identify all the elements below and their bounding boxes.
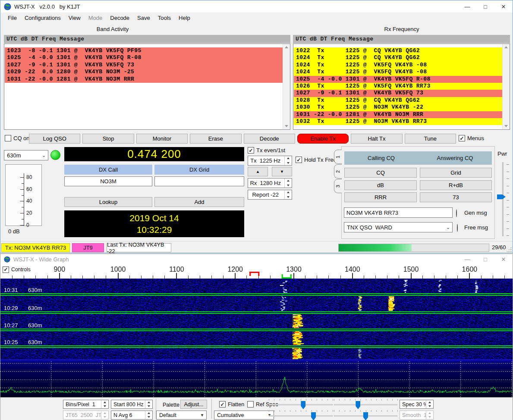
- slider-handle[interactable]: [311, 412, 316, 420]
- tx-even-checkbox[interactable]: ✓Tx even/1st: [248, 147, 285, 154]
- pwr-slider-groove[interactable]: [502, 162, 504, 236]
- checkbox-box[interactable]: [5, 135, 11, 141]
- rx-frequency-scrollbar[interactable]: [502, 44, 510, 129]
- dx-grid-input[interactable]: [154, 176, 244, 186]
- lookup-button[interactable]: Lookup: [64, 197, 152, 207]
- spin-down-icon[interactable]: [285, 161, 292, 166]
- spectrum-mode-select[interactable]: Cumulative ▾: [214, 411, 274, 420]
- decode-row[interactable]: 1032 Tx 1225 @ NO3M VK4YB RR73: [294, 118, 503, 125]
- message-tab-3[interactable]: 3: [334, 179, 342, 193]
- message-tab-2[interactable]: 2: [334, 164, 342, 179]
- msg-grid-button[interactable]: Grid: [420, 168, 492, 178]
- decode-row[interactable]: 1024 Tx 1225 @ VK5FQ VK4YB -08: [294, 69, 503, 75]
- decode-row[interactable]: 1027 -9 -0.1 1301 @ VK4YB VK5FQ 73: [294, 90, 503, 97]
- spinner-arrows[interactable]: [426, 411, 433, 419]
- spinner-arrows[interactable]: [145, 411, 152, 419]
- erase-button[interactable]: Erase: [190, 134, 241, 144]
- close-button[interactable]: ✕: [494, 254, 513, 264]
- decode-row[interactable]: 1030 Tx 1225 @ NO3M VK4YB -22: [294, 104, 503, 111]
- menu-decode[interactable]: Decode: [106, 13, 133, 22]
- decode-button[interactable]: Decode: [244, 134, 295, 144]
- scroll-up-icon[interactable]: [504, 46, 508, 48]
- menu-tools[interactable]: Tools: [154, 13, 175, 22]
- slider-track[interactable]: [269, 404, 333, 405]
- checkbox-box[interactable]: ✓: [248, 147, 254, 154]
- spin-down-icon[interactable]: [426, 404, 433, 409]
- decode-row[interactable]: 1024 Tx 1225 @ CQ VK4YB QG62: [294, 54, 503, 61]
- main-titlebar[interactable]: WSJT-X v2.0.0 by K1JT — □ ✕: [0, 0, 513, 13]
- checkbox-box[interactable]: ✓: [459, 135, 465, 141]
- spin-down-icon[interactable]: [145, 404, 152, 409]
- resize-grip[interactable]: [506, 247, 512, 252]
- spin-down-icon[interactable]: [101, 415, 108, 420]
- spec-percent-spinner[interactable]: Spec 30 %: [400, 400, 434, 409]
- spinner-arrows[interactable]: [145, 400, 152, 408]
- decode-row[interactable]: 1022 Tx 1225 @ CQ VK4YB QG62: [294, 47, 503, 54]
- band-select[interactable]: 630m ⌄: [4, 150, 48, 160]
- hold-tx-freq-checkbox[interactable]: ✓Hold Tx Freq: [296, 157, 337, 163]
- checkbox-box[interactable]: ✓: [219, 401, 226, 407]
- maximize-button[interactable]: □: [476, 0, 494, 13]
- decode-row[interactable]: 1025 -4 -0.0 1301 @ VK4YB VK5FQ R-08: [294, 76, 503, 83]
- minimize-button[interactable]: —: [458, 0, 476, 13]
- spinner-arrows[interactable]: [284, 156, 292, 165]
- spin-up-icon[interactable]: [145, 400, 152, 404]
- palette-adjust-button[interactable]: Adjust...: [180, 400, 207, 409]
- gen-msg-radio[interactable]: [456, 209, 457, 217]
- menu-help[interactable]: Help: [175, 13, 194, 22]
- menu-view[interactable]: View: [65, 13, 85, 22]
- scroll-down-icon[interactable]: [285, 125, 288, 127]
- decode-row[interactable]: 1023 -8 -0.1 1301 @ VK4YB VK5FQ PF95: [5, 47, 283, 54]
- waterfall-canvas[interactable]: [0, 279, 513, 359]
- msg-cq-button[interactable]: CQ: [344, 168, 417, 178]
- spin-down-icon[interactable]: [145, 415, 152, 420]
- slider-4[interactable]: [334, 410, 397, 420]
- spin-up-icon[interactable]: [285, 179, 292, 183]
- scroll-down-icon[interactable]: [504, 125, 508, 127]
- band-activity-scrollbar[interactable]: [283, 44, 290, 129]
- free-msg-select[interactable]: TNX QSO WARD ⌄: [344, 222, 453, 232]
- decode-row[interactable]: 1031 -22 -0.0 1281 @ VK4YB NO3M RRR: [294, 111, 503, 118]
- minimize-button[interactable]: —: [458, 254, 476, 264]
- message-tab-1[interactable]: 1: [334, 150, 342, 164]
- decode-row[interactable]: 1027 -9 -0.1 1301 @ VK4YB VK5FQ 73: [5, 62, 283, 69]
- tx-down-button[interactable]: ▼: [272, 167, 292, 176]
- dx-call-input[interactable]: NO3M: [64, 176, 152, 186]
- menu-save[interactable]: Save: [133, 13, 154, 22]
- palette-select[interactable]: Default ▾: [156, 411, 207, 420]
- report-spinner[interactable]: Report -22: [248, 190, 292, 200]
- spin-up-icon[interactable]: [101, 400, 108, 404]
- decode-row[interactable]: 1025 -4 -0.0 1301 @ VK4YB VK5FQ R-08: [5, 54, 283, 61]
- spinner-arrows[interactable]: [284, 179, 292, 188]
- menus-checkbox[interactable]: ✓Menus: [459, 135, 484, 141]
- slider-handle[interactable]: [301, 401, 305, 409]
- pwr-slider-handle[interactable]: [497, 194, 506, 199]
- gen-msg-input[interactable]: NO3M VK4YB RR73: [344, 207, 453, 218]
- decode-row[interactable]: 1026 Tx 1225 @ VK5FQ VK4YB RR73: [294, 83, 503, 90]
- slider-1[interactable]: [269, 398, 333, 410]
- slider-handle[interactable]: [363, 412, 368, 420]
- tx-frequency-spinner[interactable]: Tx 1225 Hz: [248, 156, 292, 166]
- checkbox-box[interactable]: [247, 401, 254, 407]
- spin-up-icon[interactable]: [101, 411, 108, 415]
- checkbox-box[interactable]: ✓: [3, 266, 9, 273]
- halt-tx-button[interactable]: Halt Tx: [351, 134, 402, 144]
- enable-tx-button[interactable]: Enable Tx: [297, 134, 349, 144]
- spin-up-icon[interactable]: [145, 411, 152, 415]
- decode-row[interactable]: 1029 -22 0.0 1280 @ VK4YB NO3M -25: [5, 69, 283, 75]
- add-button[interactable]: Add: [154, 197, 244, 207]
- msg-db-button[interactable]: dB: [344, 180, 417, 190]
- log-qso-button[interactable]: Log QSO: [29, 134, 80, 144]
- scroll-up-icon[interactable]: [285, 46, 288, 48]
- spin-down-icon[interactable]: [426, 415, 433, 420]
- spin-up-icon[interactable]: [285, 156, 292, 161]
- spinner-arrows[interactable]: [284, 190, 292, 199]
- wide-graph-titlebar[interactable]: WSJT-X - Wide Graph — □ ✕: [0, 254, 513, 264]
- menu-file[interactable]: File: [4, 13, 21, 22]
- spinner-arrows[interactable]: [426, 400, 433, 408]
- decode-row[interactable]: 1031 -22 -0.0 1281 @ VK4YB NO3M RRR: [5, 76, 283, 83]
- msg-rdb-button[interactable]: R+dB: [420, 180, 492, 190]
- n-avg-spinner[interactable]: N Avg 6: [111, 411, 153, 420]
- slider-2[interactable]: [334, 398, 397, 410]
- spin-down-icon[interactable]: [285, 183, 292, 188]
